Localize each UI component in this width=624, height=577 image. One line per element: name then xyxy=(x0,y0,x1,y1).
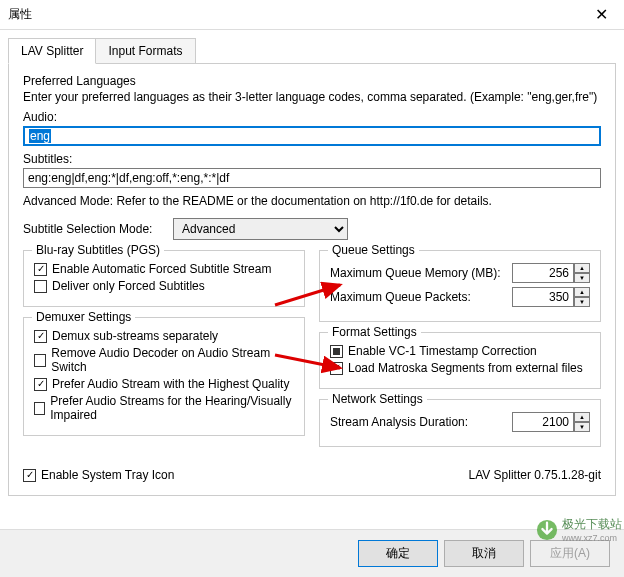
analysis-input[interactable] xyxy=(512,412,574,432)
tray-icon-checkbox[interactable] xyxy=(23,469,36,482)
queue-packets-up[interactable]: ▲ xyxy=(574,287,590,297)
queue-mem-input[interactable] xyxy=(512,263,574,283)
enable-forced-checkbox[interactable] xyxy=(34,263,47,276)
demuxer-legend: Demuxer Settings xyxy=(32,310,135,324)
analysis-label: Stream Analysis Duration: xyxy=(330,415,512,429)
pref-lang-heading: Preferred Languages xyxy=(23,74,601,88)
format-fieldset: Format Settings Enable VC-1 Timestamp Co… xyxy=(319,332,601,389)
deliver-only-checkbox[interactable] xyxy=(34,280,47,293)
subtitles-label: Subtitles: xyxy=(23,152,601,166)
queue-fieldset: Queue Settings Maximum Queue Memory (MB)… xyxy=(319,250,601,322)
cancel-button[interactable]: 取消 xyxy=(444,540,524,567)
settings-panel: Preferred Languages Enter your preferred… xyxy=(8,63,616,496)
queue-packets-down[interactable]: ▼ xyxy=(574,297,590,307)
queue-mem-up[interactable]: ▲ xyxy=(574,263,590,273)
subtitle-mode-label: Subtitle Selection Mode: xyxy=(23,222,173,236)
tab-lav-splitter[interactable]: LAV Splitter xyxy=(8,38,96,64)
vc1-label: Enable VC-1 Timestamp Correction xyxy=(348,344,537,358)
version-text: LAV Splitter 0.75.1.28-git xyxy=(468,468,601,482)
queue-mem-label: Maximum Queue Memory (MB): xyxy=(330,266,512,280)
pref-lang-desc: Enter your preferred languages as their … xyxy=(23,90,601,104)
remove-decoder-checkbox[interactable] xyxy=(34,354,46,367)
window-title: 属性 xyxy=(8,6,32,23)
titlebar: 属性 ✕ xyxy=(0,0,624,30)
matroska-checkbox[interactable] xyxy=(330,362,343,375)
tab-input-formats[interactable]: Input Formats xyxy=(95,38,195,64)
remove-decoder-label: Remove Audio Decoder on Audio Stream Swi… xyxy=(51,346,294,374)
advanced-note: Advanced Mode: Refer to the README or th… xyxy=(23,194,601,208)
prefer-impaired-label: Prefer Audio Streams for the Hearing/Vis… xyxy=(50,394,294,422)
audio-label: Audio: xyxy=(23,110,601,124)
demux-sub-label: Demux sub-streams separately xyxy=(52,329,218,343)
analysis-up[interactable]: ▲ xyxy=(574,412,590,422)
tab-strip: LAV Splitter Input Formats xyxy=(0,30,624,64)
enable-forced-label: Enable Automatic Forced Subtitle Stream xyxy=(52,262,271,276)
network-fieldset: Network Settings Stream Analysis Duratio… xyxy=(319,399,601,447)
format-legend: Format Settings xyxy=(328,325,421,339)
queue-packets-label: Maximum Queue Packets: xyxy=(330,290,512,304)
ok-button[interactable]: 确定 xyxy=(358,540,438,567)
button-bar: 确定 取消 应用(A) xyxy=(0,529,624,577)
apply-button[interactable]: 应用(A) xyxy=(530,540,610,567)
queue-mem-down[interactable]: ▼ xyxy=(574,273,590,283)
matroska-label: Load Matroska Segments from external fil… xyxy=(348,361,583,375)
network-legend: Network Settings xyxy=(328,392,427,406)
subtitles-input[interactable] xyxy=(23,168,601,188)
deliver-only-label: Deliver only Forced Subtitles xyxy=(52,279,205,293)
bluray-fieldset: Blu-ray Subtitles (PGS) Enable Automatic… xyxy=(23,250,305,307)
prefer-hq-checkbox[interactable] xyxy=(34,378,47,391)
tray-icon-label: Enable System Tray Icon xyxy=(41,468,174,482)
prefer-impaired-checkbox[interactable] xyxy=(34,402,45,415)
bluray-legend: Blu-ray Subtitles (PGS) xyxy=(32,243,164,257)
prefer-hq-label: Prefer Audio Stream with the Highest Qua… xyxy=(52,377,289,391)
audio-input[interactable]: eng xyxy=(23,126,601,146)
subtitle-mode-select[interactable]: Advanced xyxy=(173,218,348,240)
demux-sub-checkbox[interactable] xyxy=(34,330,47,343)
demuxer-fieldset: Demuxer Settings Demux sub-streams separ… xyxy=(23,317,305,436)
queue-packets-input[interactable] xyxy=(512,287,574,307)
analysis-down[interactable]: ▼ xyxy=(574,422,590,432)
close-button[interactable]: ✕ xyxy=(579,0,624,30)
vc1-checkbox[interactable] xyxy=(330,345,343,358)
queue-legend: Queue Settings xyxy=(328,243,419,257)
